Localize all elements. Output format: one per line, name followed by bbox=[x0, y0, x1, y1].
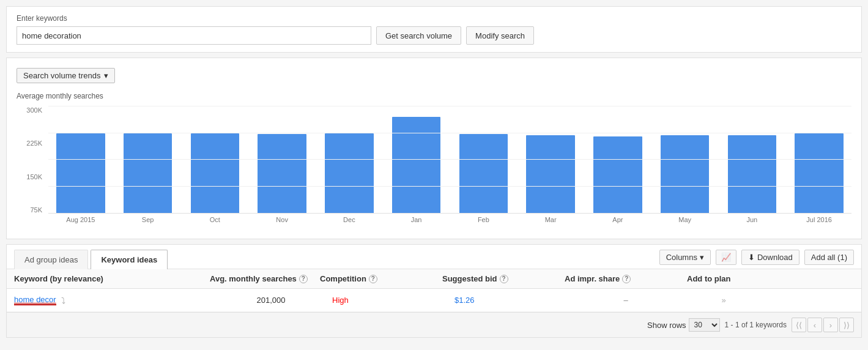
bar-may bbox=[653, 106, 718, 213]
last-page-button[interactable]: ⟩⟩ bbox=[839, 318, 854, 332]
show-rows: Show rows 30 50 100 bbox=[647, 318, 720, 332]
bar-oct bbox=[183, 106, 248, 213]
x-label-aug2015: Aug 2015 bbox=[48, 216, 113, 223]
col-add-to-plan-label: Add to plan bbox=[687, 274, 731, 283]
keyword-input[interactable] bbox=[17, 26, 371, 45]
add-all-button[interactable]: Add all (1) bbox=[804, 250, 854, 265]
pagination-row: Show rows 30 50 100 1 - 1 of 1 keywords … bbox=[7, 312, 861, 337]
suggested-bid-cell: $1.26 bbox=[442, 296, 565, 305]
bar-feb bbox=[451, 106, 516, 213]
keyword-cell[interactable]: home decor ⤵ bbox=[14, 295, 210, 305]
bar-dec bbox=[317, 106, 382, 213]
x-label-mar: Mar bbox=[518, 216, 583, 223]
bar-apr bbox=[585, 106, 650, 213]
download-button[interactable]: ⬇ Download bbox=[741, 250, 799, 265]
avg-monthly-cell: 201,000 bbox=[210, 296, 320, 305]
keyword-value: home decor bbox=[14, 295, 56, 305]
bar-jan bbox=[384, 106, 449, 213]
line-chart-icon: 📈 bbox=[721, 253, 731, 262]
chart-section: Search volume trends ▾ Average monthly s… bbox=[6, 58, 862, 239]
competition-cell: High bbox=[320, 296, 442, 305]
table-row: home decor ⤵ 201,000 High $1.26 – » bbox=[7, 289, 861, 312]
ad-impr-help-icon[interactable]: ? bbox=[622, 275, 631, 283]
x-label-nov: Nov bbox=[250, 216, 314, 223]
x-label-sep: Sep bbox=[116, 216, 180, 223]
bar-mar bbox=[518, 106, 583, 213]
download-icon: ⬇ bbox=[748, 253, 755, 262]
chart-area: 300K 225K 150K 75K Aug bbox=[17, 106, 851, 229]
col-add-to-plan: Add to plan bbox=[687, 274, 760, 283]
mini-chart-icon[interactable]: ⤵ bbox=[61, 296, 65, 305]
bottom-section: Ad group ideas Keyword ideas Columns ▾ 📈… bbox=[6, 244, 862, 338]
x-label-jun: Jun bbox=[720, 216, 785, 223]
rows-per-page-select[interactable]: 30 50 100 bbox=[689, 318, 720, 332]
suggested-bid-help-icon[interactable]: ? bbox=[500, 275, 508, 283]
chart-toggle-label: Search volume trends bbox=[23, 71, 100, 80]
y-label-300k: 300K bbox=[26, 106, 42, 114]
search-volume-trends-toggle[interactable]: Search volume trends ▾ bbox=[17, 68, 115, 83]
page-nav: ⟨⟨ ‹ › ⟩⟩ bbox=[792, 318, 854, 332]
avg-monthly-help-icon[interactable]: ? bbox=[299, 275, 308, 283]
col-competition-label: Competition bbox=[320, 274, 366, 283]
col-ad-impr-share-label: Ad impr. share bbox=[565, 274, 620, 283]
tab-ad-group-ideas[interactable]: Ad group ideas bbox=[14, 250, 88, 269]
col-competition: Competition ? bbox=[320, 274, 442, 283]
show-rows-label: Show rows bbox=[647, 321, 686, 330]
columns-button[interactable]: Columns ▾ bbox=[659, 250, 711, 265]
chart-icon-button[interactable]: 📈 bbox=[716, 250, 736, 265]
col-suggested-bid-label: Suggested bid bbox=[442, 274, 497, 283]
x-label-oct: Oct bbox=[183, 216, 248, 223]
x-label-may: May bbox=[653, 216, 718, 223]
keyword-input-row: Get search volume Modify search bbox=[17, 26, 851, 45]
col-keyword: Keyword (by relevance) bbox=[14, 274, 210, 283]
page-info: 1 - 1 of 1 keywords bbox=[725, 321, 787, 329]
x-label-dec: Dec bbox=[317, 216, 382, 223]
avg-monthly-label: Average monthly searches bbox=[17, 92, 851, 100]
chevron-down-icon: ▾ bbox=[104, 71, 108, 80]
modify-search-button[interactable]: Modify search bbox=[466, 26, 534, 45]
y-label-75k: 75K bbox=[30, 206, 42, 214]
get-search-volume-button[interactable]: Get search volume bbox=[376, 26, 461, 45]
y-axis: 300K 225K 150K 75K bbox=[17, 106, 46, 214]
col-avg-monthly: Avg. monthly searches ? bbox=[210, 274, 320, 283]
col-ad-impr-share: Ad impr. share ? bbox=[565, 274, 687, 283]
table-header: Keyword (by relevance) Avg. monthly sear… bbox=[7, 269, 861, 289]
add-to-plan-cell[interactable]: » bbox=[687, 296, 760, 305]
tabs-row: Ad group ideas Keyword ideas Columns ▾ 📈… bbox=[7, 245, 861, 269]
first-page-button[interactable]: ⟨⟨ bbox=[792, 318, 806, 332]
x-label-feb: Feb bbox=[451, 216, 516, 223]
col-suggested-bid: Suggested bid ? bbox=[442, 274, 565, 283]
x-axis: Aug 2015 Sep Oct Nov Dec Jan Feb Mar Apr… bbox=[48, 216, 851, 223]
ad-impr-share-cell: – bbox=[565, 296, 687, 305]
bar-jun bbox=[720, 106, 785, 213]
chevron-down-icon: ▾ bbox=[700, 253, 704, 262]
x-label-jul2016: Jul 2016 bbox=[787, 216, 851, 223]
prev-page-button[interactable]: ‹ bbox=[807, 318, 822, 332]
bar-sep bbox=[116, 106, 180, 213]
col-keyword-label: Keyword (by relevance) bbox=[14, 274, 103, 283]
top-section: Enter keywords Get search volume Modify … bbox=[6, 6, 862, 53]
next-page-button[interactable]: › bbox=[823, 318, 838, 332]
competition-help-icon[interactable]: ? bbox=[369, 275, 377, 283]
tab-actions: Columns ▾ 📈 ⬇ Download Add all (1) bbox=[659, 250, 854, 269]
bar-nov bbox=[250, 106, 314, 213]
x-label-apr: Apr bbox=[585, 216, 650, 223]
bar-jul2016 bbox=[787, 106, 851, 213]
enter-keywords-label: Enter keywords bbox=[17, 14, 851, 23]
tab-keyword-ideas[interactable]: Keyword ideas bbox=[91, 250, 168, 269]
bar-aug2015 bbox=[48, 106, 113, 213]
y-label-225k: 225K bbox=[26, 140, 42, 147]
x-label-jan: Jan bbox=[384, 216, 449, 223]
col-avg-monthly-label: Avg. monthly searches bbox=[210, 274, 297, 283]
y-label-150k: 150K bbox=[26, 173, 42, 181]
columns-label: Columns bbox=[666, 253, 697, 262]
download-label: Download bbox=[757, 253, 793, 262]
bar-chart bbox=[48, 106, 851, 214]
